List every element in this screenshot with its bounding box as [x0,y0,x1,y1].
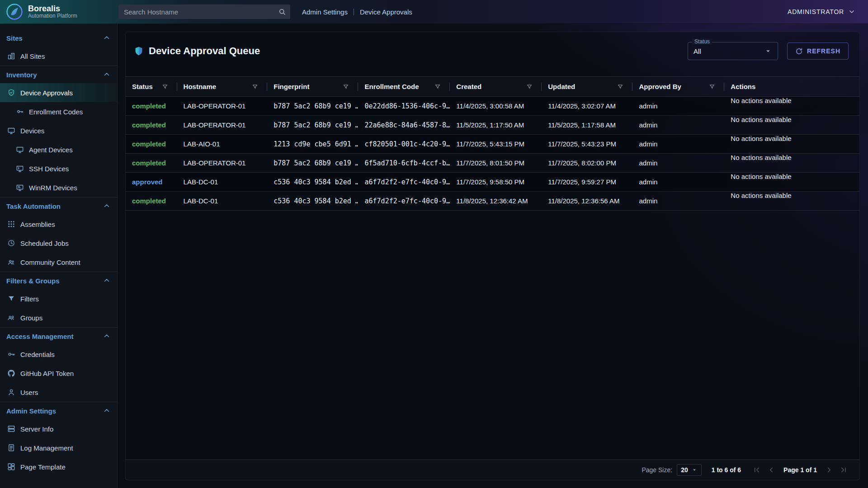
sidebar-item-devices[interactable]: Devices [0,121,117,140]
sidebar-item-all-sites[interactable]: All Sites [0,47,117,66]
breadcrumb-device-approvals[interactable]: Device Approvals [360,8,412,16]
filter-icon[interactable] [617,84,623,90]
page-size-value: 20 [681,466,688,474]
column-header-created[interactable]: Created [450,77,542,97]
updated-cell: 11/7/2025, 9:59:27 PM [542,173,632,192]
sidebar-item-github-api-token[interactable]: GitHub API Token [0,364,117,383]
sidebar-item-server-info[interactable]: Server Info [0,419,117,438]
table-row[interactable]: completed LAB-AIO-01 1213 cd9e cbe5 6d91… [126,135,859,154]
github-icon [7,369,15,377]
column-header-updated[interactable]: Updated [542,77,632,97]
refresh-label: REFRESH [807,47,840,55]
page-title: Device Approval Queue [149,45,260,57]
sidebar-item-credentials[interactable]: Credentials [0,345,117,364]
previous-page-button[interactable] [765,464,777,476]
column-header-approved-by[interactable]: Approved By [632,77,724,97]
page-title-wrap: Device Approval Queue [134,45,260,57]
filter-icon[interactable] [709,84,715,90]
last-page-button[interactable] [838,464,849,476]
sidebar-item-page-template[interactable]: Page Template [0,457,117,476]
agent-devices-icon [16,145,24,154]
column-header-enrollment-code[interactable]: Enrollment Code [358,77,450,97]
created-cell: 11/7/2025, 8:01:50 PM [450,154,542,173]
approved-by-cell: admin [632,97,724,116]
assemblies-icon [7,220,15,228]
column-header-hostname[interactable]: Hostname [177,77,268,97]
sidebar-item-filters[interactable]: Filters [0,289,117,308]
sidebar-item-label: Credentials [20,351,55,358]
chevron-down-icon [691,467,698,473]
page-size-select[interactable]: 20 [677,464,702,476]
filter-icon[interactable] [526,84,533,90]
sidebar-item-label: Assemblies [20,221,55,228]
page-template-icon [7,463,15,471]
sidebar-item-label: GitHub API Token [20,370,74,377]
sidebar-item-agent-devices[interactable]: Agent Devices [0,140,117,159]
sidebar-item-label: Filters [20,295,39,303]
sidebar-section-header-admin-settings[interactable]: Admin Settings [0,402,117,419]
status-filter-select[interactable]: Status All [688,42,778,60]
table-row[interactable]: completed LAB-OPERATOR-01 b787 5ac2 68b9… [126,116,859,135]
approved-by-cell: admin [632,116,724,135]
table-row[interactable]: approved LAB-DC-01 c536 40c3 9584 b2ed …… [126,173,859,192]
card-header: Device Approval Queue Status All [126,32,859,69]
table-row[interactable]: completed LAB-DC-01 c536 40c3 9584 b2ed … [126,192,859,211]
ssh-devices-icon [16,164,24,173]
column-label: Created [456,83,481,90]
sidebar-section-header-task-automation[interactable]: Task Automation [0,197,117,215]
sidebar-item-label: WinRM Devices [29,184,77,192]
column-label: Hostname [184,83,217,90]
log-management-icon [7,444,15,452]
hostname-cell: LAB-OPERATOR-01 [177,116,268,135]
sidebar-item-users[interactable]: Users [0,383,117,402]
chevron-up-icon [103,277,111,285]
sidebar-item-ssh-devices[interactable]: SSH Devices [0,159,117,178]
sidebar-item-winrm-devices[interactable]: WinRM Devices [0,178,117,197]
section-label: Filters & Groups [6,277,60,285]
server-info-icon [7,425,15,433]
sidebar-item-assemblies[interactable]: Assemblies [0,215,117,234]
sidebar-section-header-inventory[interactable]: Inventory [0,66,117,83]
filter-icon[interactable] [252,84,258,90]
table-row[interactable]: completed LAB-OPERATOR-01 b787 5ac2 68b9… [126,97,859,116]
sidebar-item-scheduled-jobs[interactable]: Scheduled Jobs [0,234,117,253]
updated-cell: 11/8/2025, 12:36:56 AM [542,192,632,211]
sidebar-item-enrollment-codes[interactable]: Enrollment Codes [0,102,117,121]
filter-icon[interactable] [434,84,441,90]
enrollment-code-cell: a6f7d2f2-e7fc-40c0-9… [358,173,450,192]
borealis-logo-icon [5,3,24,21]
sidebar-item-device-approvals[interactable]: Device Approvals [0,83,117,102]
user-menu[interactable]: ADMINISTRATOR [788,8,855,15]
refresh-button[interactable]: REFRESH [787,42,849,60]
search-input[interactable] [118,8,290,16]
filter-icon[interactable] [162,84,168,90]
sidebar-item-label: Enrollment Codes [29,108,83,116]
actions-cell: No actions available [724,154,859,173]
sidebar-section-access-management: Access Management Credentials GitHub API… [0,327,117,402]
sidebar-section-header-sites[interactable]: Sites [0,29,117,47]
hostname-cell: LAB-DC-01 [177,192,268,211]
filter-icon[interactable] [343,84,349,90]
fingerprint-cell: b787 5ac2 68b9 ce19 … [267,97,358,116]
sidebar-section-header-access-management[interactable]: Access Management [0,328,117,345]
sidebar-item-log-management[interactable]: Log Management [0,438,117,457]
community-content-icon [7,258,15,266]
sidebar-item-community-content[interactable]: Community Content [0,253,117,272]
winrm-devices-icon [16,183,24,192]
sidebar-item-label: Devices [20,127,44,135]
column-header-fingerprint[interactable]: Fingerprint [267,77,358,97]
status-cell: completed [126,192,177,211]
chevron-down-icon [848,8,855,15]
breadcrumb-admin-settings[interactable]: Admin Settings [302,8,348,16]
enrollment-code-cell: 22a6e88c-84a6-4587-8… [358,116,450,135]
table-row[interactable]: completed LAB-OPERATOR-01 b787 5ac2 68b9… [126,154,859,173]
column-header-status[interactable]: Status [126,77,177,97]
next-page-button[interactable] [823,464,835,476]
hostname-search[interactable] [118,5,290,19]
first-page-button[interactable] [751,464,763,476]
updated-cell: 11/7/2025, 5:43:23 PM [542,135,632,154]
column-label: Enrollment Code [364,83,419,90]
chevron-up-icon [103,34,111,42]
sidebar-section-header-filters-groups[interactable]: Filters & Groups [0,272,117,289]
sidebar-item-groups[interactable]: Groups [0,308,117,327]
